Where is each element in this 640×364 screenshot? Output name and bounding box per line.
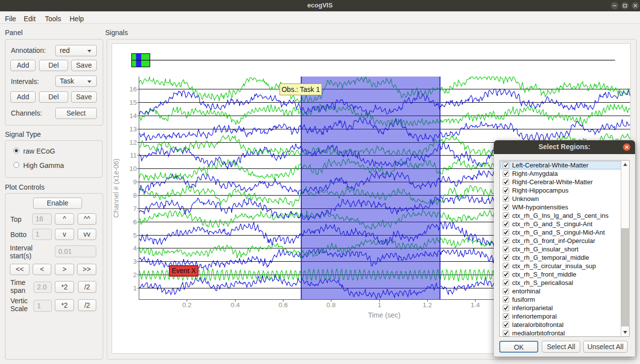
svg-text:1.4: 1.4 <box>471 301 480 309</box>
svg-text:Time (sec): Time (sec) <box>368 311 400 319</box>
svg-text:13: 13 <box>129 125 137 133</box>
svg-text:0.6: 0.6 <box>279 301 288 309</box>
svg-text:1: 1 <box>378 301 382 309</box>
svg-text:9: 9 <box>133 178 137 186</box>
svg-text:6: 6 <box>133 218 137 226</box>
svg-text:Channel # (x1e-06): Channel # (x1e-06) <box>112 159 120 218</box>
svg-text:15: 15 <box>129 99 137 106</box>
svg-text:3: 3 <box>133 258 137 265</box>
svg-text:8: 8 <box>133 192 137 199</box>
svg-text:14: 14 <box>129 112 137 120</box>
svg-text:11: 11 <box>130 152 137 159</box>
svg-text:0.8: 0.8 <box>326 301 336 309</box>
svg-text:4: 4 <box>133 244 137 252</box>
svg-text:1.2: 1.2 <box>423 301 432 309</box>
svg-text:1: 1 <box>133 284 137 292</box>
svg-text:0.4: 0.4 <box>231 301 240 309</box>
svg-text:7: 7 <box>133 205 137 212</box>
svg-text:16: 16 <box>129 85 137 93</box>
svg-text:2: 2 <box>133 271 137 279</box>
svg-text:10: 10 <box>129 165 137 172</box>
svg-text:0.2: 0.2 <box>182 301 192 309</box>
svg-text:5: 5 <box>133 232 137 239</box>
svg-text:12: 12 <box>129 139 137 146</box>
